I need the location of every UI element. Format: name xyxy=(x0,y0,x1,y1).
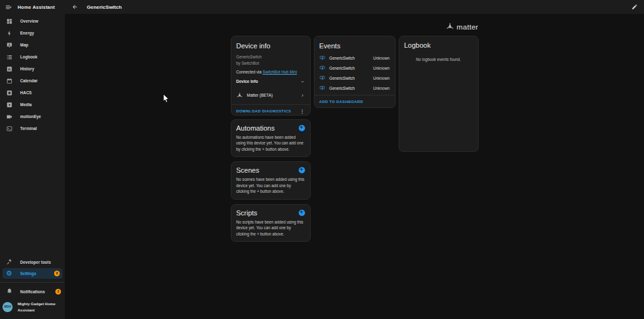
device-info-expander[interactable]: Device info xyxy=(236,79,305,84)
list-icon xyxy=(6,53,13,60)
add-script-button[interactable]: + xyxy=(299,210,305,216)
tap-button-icon xyxy=(319,55,325,61)
hub-link[interactable]: SwitchBot Hub Mini xyxy=(263,70,297,74)
logbook-card: Logbook No logbook events found. xyxy=(399,36,479,152)
gear-icon: ⚙ xyxy=(6,270,13,277)
device-info-card: Device info GenericSwitch by SwitchBot C… xyxy=(231,36,311,116)
scenes-title: Scenes xyxy=(236,166,260,174)
sidebar-item-overview[interactable]: Overview xyxy=(0,15,65,27)
matter-icon xyxy=(236,92,243,99)
automations-title: Automations xyxy=(236,124,275,132)
sidebar-profile[interactable]: MGH Mighty Gadget Home Assistant xyxy=(0,298,65,317)
main-content: matter Device info GenericSwitch by Swit… xyxy=(65,14,644,319)
scenes-empty-text: No scenes have been added using this dev… xyxy=(236,176,305,194)
scripts-title: Scripts xyxy=(236,209,258,217)
app-header: GenericSwitch xyxy=(65,0,644,14)
profile-name: Mighty Gadget Home Assistant xyxy=(18,301,58,313)
sidebar: Home Assistant Overview Energy Map Logbo… xyxy=(0,0,65,319)
logbook-title: Logbook xyxy=(404,41,473,49)
tap-button-icon xyxy=(319,65,325,71)
sidebar-item-motioneye[interactable]: motionEye xyxy=(0,111,65,122)
edit-pencil-icon[interactable] xyxy=(631,4,638,10)
sidebar-header: Home Assistant xyxy=(0,0,65,14)
hammer-icon xyxy=(6,259,13,266)
dashboard-icon xyxy=(6,18,13,24)
chevron-right-icon xyxy=(300,93,305,98)
play-box-icon xyxy=(6,101,13,108)
automations-card: Automations + No automations have been a… xyxy=(231,119,311,157)
scripts-card: Scripts + No scripts have been added usi… xyxy=(231,204,311,242)
tap-button-icon xyxy=(319,75,325,81)
sidebar-item-media[interactable]: Media xyxy=(0,99,65,111)
device-info-title: Device info xyxy=(236,42,305,50)
matter-brand-label: matter xyxy=(457,23,478,31)
device-name: GenericSwitch xyxy=(236,54,305,60)
bell-icon xyxy=(6,288,13,295)
automations-empty-text: No automations have been added using thi… xyxy=(236,134,305,152)
overflow-menu-icon[interactable] xyxy=(299,109,305,114)
event-row[interactable]: GenericSwitch Unknown xyxy=(319,73,390,83)
lightning-icon xyxy=(6,30,13,36)
event-row[interactable]: GenericSwitch Unknown xyxy=(319,63,390,73)
matter-integration-row[interactable]: Matter (BETA) xyxy=(236,92,305,99)
device-manufacturer: by SwitchBot xyxy=(236,60,305,67)
sidebar-item-terminal[interactable]: Terminal xyxy=(0,122,65,134)
app-title: Home Assistant xyxy=(18,4,55,10)
back-arrow-icon[interactable] xyxy=(72,4,78,10)
video-camera-icon xyxy=(6,113,13,120)
map-icon xyxy=(6,41,13,48)
chart-icon xyxy=(6,65,13,72)
terminal-icon xyxy=(6,125,13,132)
matter-logo-icon xyxy=(446,23,454,31)
chevron-down-icon xyxy=(300,79,305,84)
scenes-card: Scenes + No scenes have been added using… xyxy=(231,161,311,199)
hacs-icon xyxy=(6,89,13,96)
avatar: MGH xyxy=(3,302,13,312)
events-card: Events GenericSwitch Unknown GenericSwit… xyxy=(314,36,396,108)
matter-brand: matter xyxy=(231,21,479,32)
calendar-icon xyxy=(6,77,13,84)
sidebar-item-history[interactable]: History xyxy=(0,63,65,75)
logbook-empty-text: No logbook events found. xyxy=(404,57,473,62)
sidebar-nav: Overview Energy Map Logbook History Cale… xyxy=(0,14,65,134)
add-to-dashboard-button[interactable]: ADD TO DASHBOARD xyxy=(319,100,364,104)
event-row[interactable]: GenericSwitch Unknown xyxy=(319,53,390,63)
download-diagnostics-button[interactable]: DOWNLOAD DIAGNOSTICS xyxy=(236,109,291,113)
sidebar-item-map[interactable]: Map xyxy=(0,39,65,51)
sidebar-item-hacs[interactable]: HACS xyxy=(0,87,65,99)
connected-via: Connected via SwitchBot Hub Mini xyxy=(236,70,305,74)
page-title: GenericSwitch xyxy=(87,4,122,10)
sidebar-item-notifications[interactable]: Notifications 2 xyxy=(0,286,65,298)
tap-button-icon xyxy=(319,85,325,91)
event-row[interactable]: GenericSwitch Unknown xyxy=(319,83,390,93)
add-automation-button[interactable]: + xyxy=(299,125,305,131)
events-title: Events xyxy=(319,42,390,50)
sidebar-item-calendar[interactable]: Calendar xyxy=(0,75,65,87)
sidebar-item-logbook[interactable]: Logbook xyxy=(0,51,65,63)
scripts-empty-text: No scripts have been added using this de… xyxy=(236,219,305,237)
settings-badge: 8 xyxy=(54,271,60,276)
sidebar-item-developer-tools[interactable]: Developer tools xyxy=(0,256,65,268)
notifications-badge: 2 xyxy=(55,289,61,295)
sidebar-divider xyxy=(0,282,65,283)
add-scene-button[interactable]: + xyxy=(299,167,305,173)
menu-icon[interactable] xyxy=(5,4,12,11)
sidebar-item-energy[interactable]: Energy xyxy=(0,27,65,39)
sidebar-item-settings[interactable]: ⚙ Settings 8 xyxy=(3,268,62,279)
sidebar-footer: Developer tools ⚙ Settings 8 Notificatio… xyxy=(0,256,65,319)
